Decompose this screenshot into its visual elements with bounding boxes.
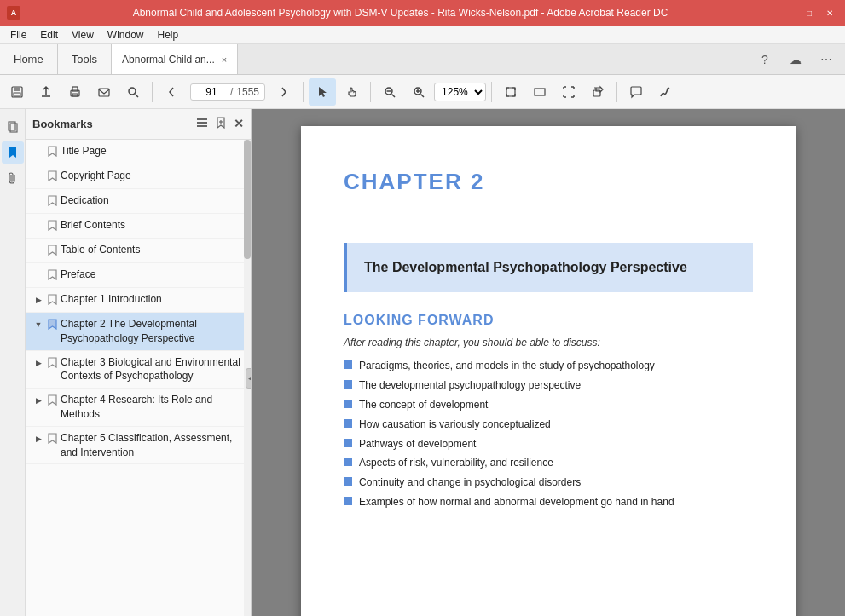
chapter-number: 2 bbox=[471, 169, 484, 194]
rotate-button[interactable] bbox=[584, 78, 611, 106]
search-button[interactable] bbox=[119, 78, 147, 106]
pages-panel-icon[interactable] bbox=[2, 116, 24, 138]
zoom-out-button[interactable] bbox=[376, 78, 403, 106]
svg-line-8 bbox=[136, 94, 139, 97]
bullet-marker bbox=[344, 400, 352, 408]
fit-page-button[interactable] bbox=[497, 78, 524, 106]
hand-tool[interactable] bbox=[338, 78, 365, 106]
svg-rect-5 bbox=[72, 94, 78, 96]
bullet-marker bbox=[344, 360, 352, 369]
email-button[interactable] bbox=[90, 78, 118, 106]
fit-width-button[interactable] bbox=[526, 78, 553, 106]
minimize-button[interactable]: — bbox=[780, 7, 797, 19]
separator-4 bbox=[491, 82, 492, 102]
bookmark-label: Copyright Page bbox=[61, 169, 131, 183]
bullet-marker bbox=[344, 439, 352, 447]
svg-rect-23 bbox=[197, 125, 207, 127]
expand-icon bbox=[32, 146, 44, 158]
bookmarks-panel: Bookmarks ✕ bbox=[26, 109, 251, 616]
bullet-marker bbox=[344, 419, 352, 428]
tab-home[interactable]: Home bbox=[0, 44, 58, 74]
chapter-label: CHAPTER 2 bbox=[344, 169, 753, 195]
pdf-viewer[interactable]: CHAPTER 2 The Developmental Psychopathol… bbox=[252, 109, 845, 616]
menu-help[interactable]: Help bbox=[151, 27, 186, 43]
bookmark-icon bbox=[48, 269, 57, 283]
comment-button[interactable] bbox=[622, 78, 650, 106]
svg-rect-17 bbox=[535, 89, 545, 95]
bookmark-label: Chapter 2 The Developmental Psychopathol… bbox=[61, 317, 244, 346]
bookmark-dedication[interactable]: Dedication bbox=[26, 189, 251, 214]
menu-bar: File Edit View Window Help bbox=[0, 26, 845, 44]
close-panel-button[interactable]: ✕ bbox=[234, 117, 244, 131]
maximize-button[interactable]: □ bbox=[801, 7, 818, 19]
cursor-tool[interactable] bbox=[309, 78, 336, 106]
bullet-item-5: Aspects of risk, vulnerability, and resi… bbox=[344, 456, 753, 470]
save-button[interactable] bbox=[3, 78, 31, 106]
bookmark-icon bbox=[48, 319, 57, 332]
menu-view[interactable]: View bbox=[65, 27, 101, 43]
close-window-button[interactable]: ✕ bbox=[821, 7, 838, 19]
attachments-panel-icon[interactable] bbox=[2, 167, 24, 189]
bookmark-title-page[interactable]: Title Page bbox=[26, 140, 251, 164]
sign-button[interactable] bbox=[651, 78, 679, 106]
upload-button[interactable] bbox=[32, 78, 60, 106]
bookmark-chapter3[interactable]: ▶ Chapter 3 Biological and Environmental… bbox=[26, 351, 251, 389]
bookmark-icon bbox=[48, 146, 57, 159]
zoom-select[interactable]: 50% 75% 100% 125% 150% 200% bbox=[434, 83, 486, 101]
help-button[interactable]: ? bbox=[753, 48, 777, 72]
bookmark-icon bbox=[48, 357, 57, 371]
expand-icon: ▼ bbox=[32, 319, 44, 331]
bookmark-icon bbox=[48, 195, 57, 209]
separator-5 bbox=[616, 82, 617, 102]
bullet-text: How causation is variously conceptualize… bbox=[359, 417, 551, 432]
sidebar-icon-strip bbox=[0, 109, 26, 616]
print-button[interactable] bbox=[61, 78, 89, 106]
menu-window[interactable]: Window bbox=[101, 27, 151, 43]
bookmarks-panel-icon[interactable] bbox=[2, 141, 24, 164]
bookmark-chapter2[interactable]: ▼ Chapter 2 The Developmental Psychopath… bbox=[26, 313, 251, 351]
bookmark-chapter5[interactable]: ▶ Chapter 5 Classification, Assessment, … bbox=[26, 427, 251, 465]
after-reading-text: After reading this chapter, you should b… bbox=[344, 337, 753, 348]
title-bar: A Abnormal Child and Adolescent Psycholo… bbox=[0, 0, 845, 26]
separator-2 bbox=[303, 82, 304, 102]
page-number-input[interactable]: 91 bbox=[196, 86, 227, 98]
menu-file[interactable]: File bbox=[3, 27, 33, 43]
bookmark-chapter4[interactable]: ▶ Chapter 4 Research: Its Role and Metho… bbox=[26, 389, 251, 427]
bookmark-toc[interactable]: Table of Contents bbox=[26, 239, 251, 263]
bookmark-label: Chapter 5 Classification, Assessment, an… bbox=[61, 431, 244, 460]
more-button[interactable]: ⋯ bbox=[814, 48, 838, 72]
total-pages: 1555 bbox=[236, 86, 259, 98]
bookmark-preface[interactable]: Preface bbox=[26, 263, 251, 288]
svg-rect-22 bbox=[197, 122, 207, 124]
bookmark-brief-contents[interactable]: Brief Contents bbox=[26, 214, 251, 239]
tab-tools[interactable]: Tools bbox=[58, 44, 112, 74]
bookmark-copyright[interactable]: Copyright Page bbox=[26, 164, 251, 189]
bookmark-icon bbox=[48, 394, 57, 408]
tab-document[interactable]: Abnormal Child an... × bbox=[112, 44, 238, 74]
bullet-text: Paradigms, theories, and models in the s… bbox=[359, 359, 655, 373]
tab-close-button[interactable]: × bbox=[222, 55, 227, 65]
zoom-in-button[interactable] bbox=[405, 78, 432, 106]
bullet-item-7: Examples of how normal and abnormal deve… bbox=[344, 495, 753, 509]
bookmark-chapter1[interactable]: ▶ Chapter 1 Introduction bbox=[26, 288, 251, 313]
bookmark-label: Preface bbox=[61, 268, 95, 282]
svg-line-11 bbox=[392, 94, 396, 97]
bookmark-list-view-icon[interactable] bbox=[196, 117, 208, 131]
prev-page-button[interactable] bbox=[158, 78, 185, 106]
svg-rect-16 bbox=[506, 88, 515, 96]
acrobat-button[interactable]: ☁ bbox=[784, 48, 807, 72]
separator-1 bbox=[152, 82, 153, 102]
page-navigation: 91 / 1555 bbox=[190, 83, 265, 101]
expand-icon bbox=[32, 195, 44, 207]
next-page-button[interactable] bbox=[270, 78, 298, 106]
sidebar-resize-handle[interactable]: ◀ bbox=[246, 368, 251, 389]
bullet-marker bbox=[344, 497, 352, 505]
bookmark-label: Brief Contents bbox=[61, 218, 125, 233]
tab-bar: Home Tools Abnormal Child an... × ? ☁ ⋯ bbox=[0, 44, 845, 75]
bookmarks-header: Bookmarks ✕ bbox=[26, 109, 251, 140]
bookmark-label: Chapter 4 Research: Its Role and Methods bbox=[61, 393, 244, 422]
menu-edit[interactable]: Edit bbox=[33, 27, 65, 43]
bookmark-icon bbox=[48, 245, 57, 258]
fullscreen-button[interactable] bbox=[555, 78, 582, 106]
bookmark-add-icon[interactable] bbox=[215, 117, 227, 131]
